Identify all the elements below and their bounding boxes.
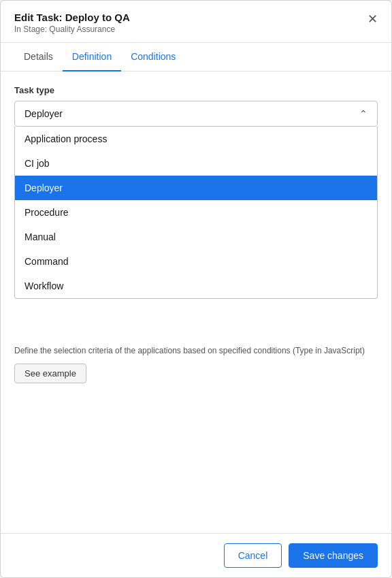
dropdown-header[interactable]: Deployer ⌃ [14, 101, 378, 127]
tabs-bar: Details Definition Conditions [1, 43, 391, 71]
task-type-label: Task type [14, 85, 378, 95]
dropdown-option-command[interactable]: Command [15, 249, 377, 274]
modal-body: Task type Deployer ⌃ Application process… [1, 71, 391, 533]
chevron-up-icon: ⌃ [359, 108, 368, 119]
modal-header: Edit Task: Deploy to QA In Stage: Qualit… [1, 1, 391, 43]
modal-subtitle: In Stage: Quality Assurance [14, 25, 378, 34]
modal-container: Edit Task: Deploy to QA In Stage: Qualit… [0, 0, 392, 578]
dropdown-option-manual[interactable]: Manual [15, 225, 377, 249]
tab-details[interactable]: Details [14, 43, 63, 71]
dropdown-option-deployer[interactable]: Deployer [15, 176, 377, 200]
dropdown-container: Deployer ⌃ Application process CI job De… [14, 101, 378, 127]
dropdown-option-application-process[interactable]: Application process [15, 127, 377, 151]
dropdown-option-procedure[interactable]: Procedure [15, 200, 377, 225]
dropdown-option-ci-job[interactable]: CI job [15, 151, 377, 176]
description-text: Define the selection criteria of the app… [14, 344, 378, 357]
dropdown-selected-value: Deployer [24, 108, 63, 119]
modal-title: Edit Task: Deploy to QA [14, 12, 378, 23]
tab-definition[interactable]: Definition [63, 43, 121, 71]
cancel-button[interactable]: Cancel [224, 543, 282, 568]
close-button[interactable]: ✕ [365, 10, 380, 28]
modal-footer: Cancel Save changes [1, 533, 391, 577]
tab-conditions[interactable]: Conditions [121, 43, 185, 71]
save-changes-button[interactable]: Save changes [289, 543, 378, 568]
dropdown-list: Application process CI job Deployer Proc… [14, 127, 378, 299]
see-example-button[interactable]: See example [14, 364, 86, 383]
dropdown-option-workflow[interactable]: Workflow [15, 274, 377, 298]
